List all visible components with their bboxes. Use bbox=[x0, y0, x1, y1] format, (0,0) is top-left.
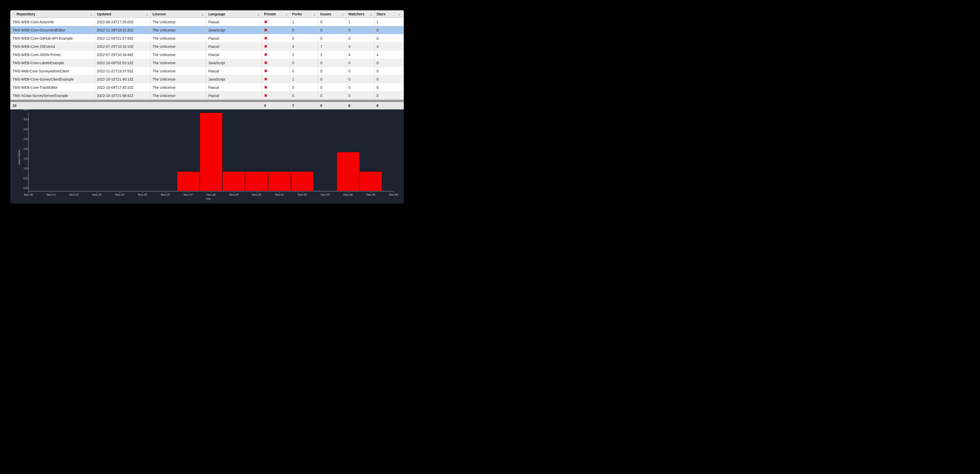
x-tick: Nov-21 bbox=[47, 193, 56, 196]
cell-watchers: 0 bbox=[346, 26, 374, 34]
chart-xlabel: Date bbox=[206, 198, 211, 200]
x-tick: Nov-28 bbox=[207, 193, 215, 196]
cell-stars: 0 bbox=[374, 26, 402, 34]
table-row[interactable]: TMS-Web-Core-SurveyAdminClient2022-11-21… bbox=[11, 67, 404, 75]
sort-icon[interactable]: ▲ bbox=[90, 13, 92, 16]
column-header-stars[interactable]: Stars▲ bbox=[374, 11, 402, 18]
sort-icon[interactable]: ▲ bbox=[285, 13, 288, 16]
cell-issues: 0 bbox=[318, 26, 346, 34]
x-tick: Dec-04 bbox=[344, 193, 353, 196]
cell-license: The Unlicense bbox=[151, 92, 206, 99]
footer-stars: 8 bbox=[374, 102, 402, 109]
cell-issues: 0 bbox=[318, 75, 346, 83]
cell-repo: TMS-WEB-Core-GitHub-API-Example bbox=[11, 34, 95, 42]
sort-icon[interactable]: ▲ bbox=[257, 13, 260, 16]
cell-lang: JavaScript bbox=[206, 26, 262, 34]
table-row[interactable]: TMS-WEB-Core-DocumentEditor2022-11-28T19… bbox=[11, 26, 404, 34]
y-tick: 4.0 bbox=[20, 108, 27, 111]
table-row[interactable]: TMS-WEB-Core-JSON-Primer2022-07-29T10:18… bbox=[11, 51, 404, 59]
column-label: Stars bbox=[377, 12, 385, 16]
cell-updated: 2022-07-29T10:18:48Z bbox=[95, 51, 151, 59]
column-label: License bbox=[153, 12, 166, 16]
cell-stars: 4 bbox=[374, 51, 402, 59]
y-tick: 0.5 bbox=[20, 177, 27, 180]
chart-bar bbox=[223, 171, 245, 191]
cell-watchers: 0 bbox=[346, 67, 374, 75]
cell-forks: 3 bbox=[290, 43, 318, 50]
sort-icon[interactable]: ▲ bbox=[146, 13, 148, 16]
table-row[interactable]: TMS-WEB-Core-ActorInfo2022-06-24T17:35:0… bbox=[11, 18, 404, 26]
x-tick: Nov-30 bbox=[252, 193, 261, 196]
cell-stars: 0 bbox=[374, 59, 402, 67]
cell-stars: 0 bbox=[374, 34, 402, 42]
table-row[interactable]: TMS-WEB-Core-SurveyClientExample2022-10-… bbox=[11, 75, 404, 83]
column-header-updated[interactable]: Updated▲ bbox=[95, 11, 151, 18]
x-icon: ✖ bbox=[264, 77, 267, 81]
cell-watchers: 0 bbox=[346, 59, 374, 67]
x-icon: ✖ bbox=[264, 52, 267, 57]
sort-icon[interactable]: ▲ bbox=[201, 13, 204, 16]
cell-watchers: 3 bbox=[346, 43, 374, 50]
cell-private: ✖ bbox=[262, 51, 290, 59]
cell-stars: 1 bbox=[374, 18, 402, 26]
chart-plot: 0.00.51.01.52.02.53.03.54.0Nov-20Nov-21N… bbox=[28, 113, 394, 192]
cell-stars: 3 bbox=[374, 43, 402, 50]
x-icon: ✖ bbox=[264, 69, 267, 73]
cell-updated: 2022-06-24T17:35:00Z bbox=[95, 18, 151, 26]
y-tick: 0.0 bbox=[20, 187, 27, 190]
cell-updated: 2022-10-15T21:58:42Z bbox=[95, 92, 151, 99]
x-tick: Nov-20 bbox=[24, 193, 33, 196]
x-tick: Dec-06 bbox=[389, 193, 398, 196]
x-icon: ✖ bbox=[264, 28, 267, 32]
column-header-private[interactable]: Private▲ bbox=[262, 11, 290, 18]
column-header-lang[interactable]: Language▲ bbox=[206, 11, 262, 18]
column-header-repo[interactable]: ⋮Repository▲ bbox=[11, 11, 95, 18]
column-label: Language bbox=[208, 12, 225, 16]
footer-watchers: 8 bbox=[346, 102, 374, 109]
x-tick: Dec-01 bbox=[275, 193, 284, 196]
x-tick: Nov-26 bbox=[161, 193, 170, 196]
cell-license: The Unlicense bbox=[151, 51, 206, 59]
table-divider bbox=[11, 100, 404, 102]
column-header-license[interactable]: License▲ bbox=[151, 11, 206, 18]
x-tick: Nov-29 bbox=[229, 193, 238, 196]
sort-icon[interactable]: ▲ bbox=[313, 13, 316, 16]
sort-icon[interactable]: ▲ bbox=[370, 13, 372, 16]
table-row[interactable]: TMS-WEB-Core-JSExtend2022-07-29T10:18:10… bbox=[11, 43, 404, 51]
cell-forks: 1 bbox=[290, 75, 318, 83]
cell-private: ✖ bbox=[262, 26, 290, 34]
x-icon: ✖ bbox=[264, 36, 267, 41]
cell-license: The Unlicense bbox=[151, 83, 206, 91]
column-label: Watchers bbox=[348, 12, 364, 16]
table-row[interactable]: TMS-WEB-Core-LabelsExample2022-10-09T02:… bbox=[11, 59, 404, 67]
cell-updated: 2022-10-09T02:53:13Z bbox=[95, 59, 151, 67]
column-header-issues[interactable]: Issues▲ bbox=[318, 11, 346, 18]
x-icon: ✖ bbox=[264, 93, 267, 98]
x-tick: Nov-27 bbox=[183, 193, 192, 196]
sort-icon[interactable]: ▲ bbox=[342, 13, 344, 16]
table-row[interactable]: TMS-WEB-Core-GitHub-API-Example2022-12-0… bbox=[11, 34, 404, 43]
cell-updated: 2022-11-28T19:15:35Z bbox=[95, 26, 151, 34]
column-label: Private bbox=[264, 12, 276, 16]
cell-private: ✖ bbox=[262, 59, 290, 67]
column-header-forks[interactable]: Forks▲ bbox=[290, 11, 318, 18]
table-row[interactable]: TMS-XData-SurveyServerExample2022-10-15T… bbox=[11, 92, 404, 100]
table-row[interactable]: TMS-WEB-Core-TrackEditor2022-10-04T17:45… bbox=[11, 83, 404, 92]
cell-watchers: 0 bbox=[346, 75, 374, 83]
column-header-watchers[interactable]: Watchers▲ bbox=[346, 11, 374, 18]
footer-private: 0 bbox=[262, 102, 290, 109]
cell-repo: TMS-Web-Core-SurveyAdminClient bbox=[11, 67, 95, 75]
cell-stars: 0 bbox=[374, 75, 402, 83]
cell-issues: 0 bbox=[318, 67, 346, 75]
cell-issues: 0 bbox=[318, 83, 346, 91]
footer-lang bbox=[206, 102, 262, 109]
cell-watchers: 0 bbox=[346, 34, 374, 42]
sort-icon[interactable]: ▲ bbox=[398, 13, 401, 16]
cell-private: ✖ bbox=[262, 34, 290, 42]
y-tick: 1.0 bbox=[20, 167, 27, 170]
footer-issues: 9 bbox=[318, 102, 346, 109]
grip-icon[interactable]: ⋮ bbox=[13, 12, 16, 16]
cell-private: ✖ bbox=[262, 67, 290, 75]
cell-repo: TMS-WEB-Core-LabelsExample bbox=[11, 59, 95, 67]
column-label: Forks bbox=[292, 12, 302, 16]
